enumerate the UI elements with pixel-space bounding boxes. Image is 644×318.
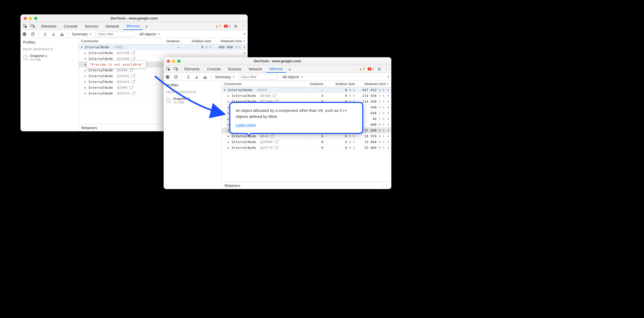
object-row[interactable]: InternalNode @20490800 %15 6640 % [222, 139, 391, 145]
snapshot-item[interactable]: % Snapshot 1 16.0 MB [20, 52, 79, 63]
error-badge[interactable]: ✕ 3 [223, 24, 231, 28]
popup-icon[interactable] [129, 86, 133, 89]
expand-icon[interactable] [85, 75, 87, 77]
gear-icon[interactable] [376, 66, 382, 72]
record-icon[interactable] [165, 75, 170, 79]
tab-sources[interactable]: Sources [82, 23, 101, 30]
popup-icon[interactable] [275, 141, 278, 143]
expand-icon[interactable] [228, 146, 230, 149]
popup-icon[interactable] [275, 147, 278, 149]
object-row[interactable]: InternalNode @25270900 %15 6640 % [222, 145, 391, 151]
col-shallow[interactable]: Shallow Size [326, 81, 357, 87]
download-icon[interactable] [51, 32, 56, 37]
tab-console[interactable]: Console [61, 23, 80, 30]
popup-icon[interactable] [129, 69, 133, 72]
window-title: DevTools - www.google.com/ [20, 16, 248, 20]
kebab-menu-icon[interactable]: ⋮ [383, 66, 390, 72]
devtools-window-2: DevTools - www.google.com/ Elements Cons… [164, 57, 391, 189]
popup-icon[interactable] [132, 92, 135, 95]
popup-icon[interactable] [271, 135, 274, 138]
tab-network[interactable]: Network [102, 23, 122, 30]
tab-console[interactable]: Console [204, 66, 224, 72]
inspect-icon[interactable] [22, 23, 28, 29]
col-distance[interactable]: Distance [305, 81, 326, 87]
popup-icon[interactable] [273, 95, 276, 97]
popup-icon[interactable] [132, 58, 135, 60]
tab-sources[interactable]: Sources [225, 66, 245, 72]
titlebar[interactable]: DevTools - www.google.com/ [20, 14, 248, 22]
close-icon[interactable] [24, 17, 27, 20]
clear-icon[interactable] [30, 32, 35, 37]
snapshot-item[interactable]: % Snapshot 1 13.3 MB [164, 95, 222, 106]
inspect-icon[interactable] [165, 66, 172, 72]
popup-icon[interactable] [132, 81, 135, 83]
retainers-panel[interactable]: Retainers ⋮⋮ [222, 182, 391, 189]
clear-icon[interactable] [174, 75, 178, 79]
col-constructor[interactable]: Constructor [79, 38, 161, 44]
constructor-group-row[interactable]: InternalNode ×7851 – 00 % 486 6083 % [79, 44, 248, 50]
record-icon[interactable] [22, 32, 27, 37]
col-shallow[interactable]: Shallow Size [182, 38, 214, 44]
memory-toolbar: Summary All objects ▼ [164, 73, 391, 81]
kebab-menu-icon[interactable]: ⋮ [240, 23, 246, 29]
popover-text: An object allocated by a component other… [236, 108, 357, 119]
close-icon[interactable] [167, 60, 170, 63]
expand-icon[interactable] [85, 69, 87, 72]
col-retained[interactable]: Retained Size [214, 38, 248, 44]
tab-memory[interactable]: Memory [123, 23, 143, 30]
minimize-icon[interactable] [29, 17, 32, 20]
scope-dropdown[interactable]: All objects [283, 75, 303, 79]
expand-icon[interactable] [81, 46, 84, 49]
expand-icon[interactable] [228, 100, 230, 103]
expand-icon[interactable] [228, 94, 230, 97]
upload-icon[interactable] [186, 75, 191, 79]
learn-more-link[interactable]: Learn more [236, 123, 256, 127]
expand-icon[interactable] [85, 51, 87, 54]
upload-icon[interactable] [43, 32, 48, 37]
popup-icon[interactable] [132, 52, 135, 54]
maximize-icon[interactable] [34, 17, 37, 20]
device-icon[interactable] [173, 66, 179, 72]
expand-icon[interactable] [228, 135, 230, 138]
download-icon[interactable] [194, 75, 199, 79]
warning-badge[interactable]: ▲ 6 [358, 67, 366, 71]
snapshot-file-icon: % [24, 55, 28, 60]
popup-icon[interactable] [132, 75, 135, 77]
more-tabs-chevron-icon[interactable]: » [287, 67, 292, 71]
titlebar[interactable]: DevTools - www.google.com/ [164, 57, 391, 65]
popover-tail-icon [246, 133, 251, 137]
error-badge[interactable]: ✕ 2 [367, 67, 375, 71]
col-constructor[interactable]: Constructor [222, 81, 305, 87]
expand-icon[interactable] [85, 80, 87, 83]
view-mode-dropdown[interactable]: Summary [215, 75, 235, 79]
resize-handle-icon[interactable]: ⋮⋮ [380, 183, 389, 188]
error-count: 3 [228, 24, 230, 28]
view-mode-dropdown[interactable]: Summary [72, 32, 92, 36]
gc-broom-icon[interactable] [203, 75, 207, 79]
expand-icon[interactable] [85, 92, 87, 95]
expand-icon[interactable] [85, 57, 87, 60]
svg-point-8 [379, 68, 380, 70]
more-tabs-chevron-icon[interactable]: » [144, 24, 149, 28]
class-filter-input[interactable] [238, 74, 278, 80]
warning-badge[interactable]: ▲ 3 [214, 24, 222, 28]
tab-elements[interactable]: Elements [181, 66, 203, 72]
scope-dropdown[interactable]: All objects [139, 32, 160, 36]
expand-icon[interactable] [228, 140, 230, 143]
tab-memory[interactable]: Memory [266, 65, 286, 73]
gear-icon[interactable] [232, 23, 239, 29]
constructor-group-row[interactable]: InternalNode ×5010 – 00 % 447 4123 % [222, 87, 391, 93]
object-row[interactable]: InternalNode @9166400 %214 9282 % [222, 93, 391, 99]
col-distance[interactable]: Distance [161, 38, 182, 44]
device-icon[interactable] [29, 23, 36, 29]
expand-icon[interactable] [224, 88, 227, 91]
tab-elements[interactable]: Elements [38, 23, 60, 30]
minimize-icon[interactable] [172, 60, 175, 63]
gc-broom-icon[interactable] [60, 32, 64, 37]
col-retained[interactable]: Retained Size [357, 81, 391, 87]
maximize-icon[interactable] [177, 60, 180, 63]
tab-network[interactable]: Network [246, 66, 265, 72]
class-filter-input[interactable] [95, 31, 135, 37]
object-row[interactable]: InternalNode @15798 [79, 50, 248, 56]
expand-icon[interactable] [85, 86, 87, 89]
